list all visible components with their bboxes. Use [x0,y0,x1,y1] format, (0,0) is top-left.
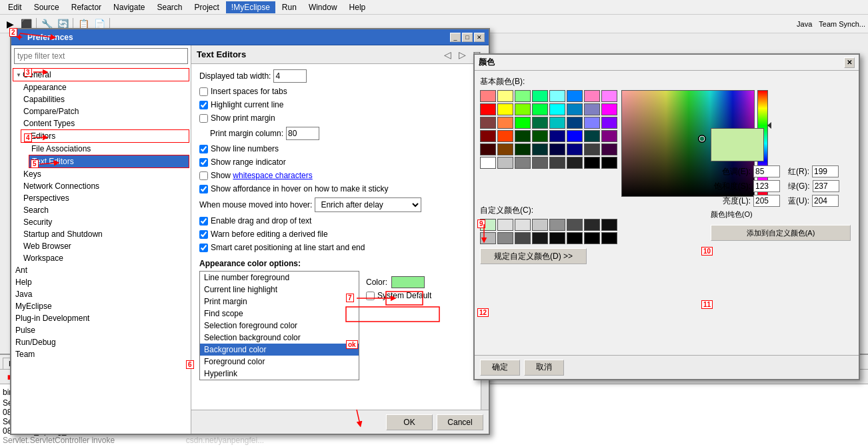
app-item-find-scope[interactable]: Find scope [200,308,359,320]
basic-swatch[interactable] [567,157,583,169]
basic-swatch[interactable] [497,90,513,102]
line-numbers-check[interactable] [199,145,208,153]
tree-item-pulse[interactable]: Pulse [13,324,189,336]
red-input[interactable] [812,165,839,177]
blue-input[interactable] [812,195,839,207]
custom-swatch-11[interactable] [515,232,531,244]
menu-help[interactable]: Help [344,1,371,13]
tree-item-help[interactable]: Help [13,276,189,288]
print-column-input[interactable] [286,127,319,140]
tree-item-team[interactable]: Team [13,348,189,360]
custom-swatch-7[interactable] [584,219,600,231]
menu-search[interactable]: Search [151,1,187,13]
custom-swatch-15[interactable] [584,232,600,244]
basic-swatch[interactable] [567,90,583,102]
green-input[interactable] [813,180,839,192]
range-indicator-check[interactable] [199,158,208,167]
basic-swatch[interactable] [584,130,600,142]
smart-caret-check[interactable] [199,244,208,252]
basic-swatch[interactable] [584,143,600,155]
nav-forward[interactable]: ▷ [455,48,469,61]
nav-back[interactable]: ◁ [441,48,454,61]
tree-item-perspectives[interactable]: Perspectives [21,192,189,204]
tree-item-network[interactable]: Network Connections [21,180,189,192]
insert-spaces-check[interactable] [199,87,208,96]
hue-input[interactable] [753,165,780,177]
maximize-button[interactable]: □ [462,33,473,42]
tree-item-general[interactable]: ▼ General [13,68,189,81]
basic-swatch[interactable] [601,157,617,169]
menu-window[interactable]: Window [303,1,343,13]
menu-navigate[interactable]: Navigate [108,1,150,13]
tree-item-myeclipse[interactable]: MyEclipse [13,300,189,312]
basic-swatch[interactable] [497,103,513,115]
tree-item-keys[interactable]: Keys [21,168,189,180]
basic-swatch[interactable] [515,130,531,142]
warn-derived-check[interactable] [199,230,208,239]
sys-default-check[interactable] [366,292,375,300]
menu-refactor[interactable]: Refactor [66,1,107,13]
hover-select[interactable]: Enrich after delay [315,197,421,212]
custom-swatch-4[interactable] [532,219,548,231]
menu-edit[interactable]: Edit [3,1,27,13]
ok-button[interactable]: OK [386,414,433,430]
color-dialog-close[interactable]: ✕ [844,57,855,68]
drag-drop-check[interactable] [199,217,208,226]
basic-swatch[interactable] [601,130,617,142]
tree-item-run-debug[interactable]: Run/Debug [13,336,189,348]
color-preview[interactable] [391,276,425,288]
add-custom-color-btn[interactable]: 添加到自定义颜色(A) [711,225,851,241]
basic-swatch[interactable] [497,157,513,169]
tree-item-security[interactable]: Security [21,216,189,228]
custom-swatch-16[interactable] [601,232,617,244]
color-ok-btn[interactable]: 确定 [480,360,520,376]
basic-swatch[interactable] [567,117,583,129]
custom-swatch-6[interactable] [567,219,583,231]
custom-swatch-2[interactable] [497,219,513,231]
basic-swatch[interactable] [532,157,548,169]
basic-swatch[interactable] [584,157,600,169]
basic-swatch[interactable] [480,103,496,115]
custom-swatch-10[interactable] [497,232,513,244]
custom-swatch-9[interactable] [480,232,496,244]
basic-swatch[interactable] [480,117,496,129]
tree-item-startup[interactable]: Startup and Shutdown [21,228,189,240]
tree-item-text-editors[interactable]: Text Editors [29,155,189,168]
basic-swatch[interactable] [497,130,513,142]
basic-swatch[interactable] [480,130,496,142]
basic-swatch[interactable] [532,117,548,129]
tree-item-capabilities[interactable]: Capabilities [21,93,189,105]
light-input[interactable] [753,195,780,207]
basic-swatch[interactable] [480,157,496,169]
basic-swatch[interactable] [567,143,583,155]
app-item-print-margin[interactable]: Print margin [200,296,359,308]
custom-swatch-5[interactable] [549,219,565,231]
tree-item-compare[interactable]: Compare/Patch [21,105,189,117]
basic-swatch[interactable] [584,103,600,115]
basic-swatch[interactable] [584,117,600,129]
affordance-check[interactable] [199,185,208,193]
custom-swatch-12[interactable] [532,232,548,244]
cancel-button[interactable]: Cancel [437,414,483,430]
basic-swatch[interactable] [515,117,531,129]
menu-myeclipse[interactable]: !MyEclipse [226,1,275,13]
custom-swatch-8[interactable] [601,219,617,231]
custom-swatch-1[interactable] [480,219,496,231]
highlight-line-check[interactable] [199,101,208,109]
basic-swatch[interactable] [601,117,617,129]
tree-item-content-types[interactable]: Content Types [21,117,189,129]
app-item-fg-color[interactable]: Foreground color [200,356,359,368]
basic-swatch[interactable] [480,143,496,155]
team-synch-label[interactable]: Team Synch... [819,20,865,28]
menu-source[interactable]: Source [29,1,65,13]
custom-swatch-14[interactable] [567,232,583,244]
app-item-current-line[interactable]: Current line highlight [200,284,359,296]
basic-swatch[interactable] [497,143,513,155]
basic-swatch[interactable] [515,143,531,155]
custom-swatch-3[interactable] [515,219,531,231]
define-custom-btn[interactable]: 规定自定义颜色(D) >> [480,248,587,264]
app-item-hyperlink[interactable]: Hyperlink [200,368,359,380]
basic-swatch[interactable] [532,103,548,115]
color-cancel-btn[interactable]: 取消 [524,360,564,376]
app-item-bg-color[interactable]: Background color [200,344,359,356]
